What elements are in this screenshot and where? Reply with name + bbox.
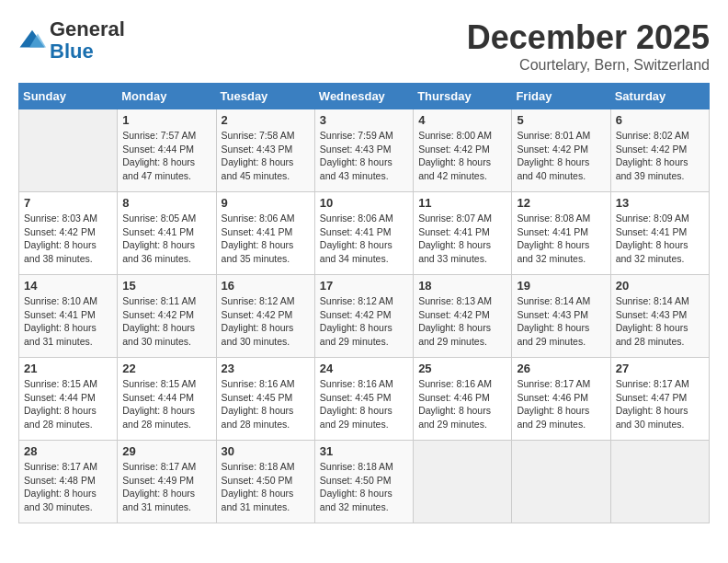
calendar-cell: 6Sunrise: 8:02 AMSunset: 4:42 PMDaylight… [610,109,709,192]
calendar-cell: 3Sunrise: 7:59 AMSunset: 4:43 PMDaylight… [314,109,413,192]
day-info: Sunrise: 8:09 AMSunset: 4:41 PMDaylight:… [616,212,704,266]
calendar-cell: 20Sunrise: 8:14 AMSunset: 4:43 PMDayligh… [610,275,709,358]
calendar-cell: 30Sunrise: 8:18 AMSunset: 4:50 PMDayligh… [216,441,314,523]
location-subtitle: Courtelary, Bern, Switzerland [467,57,710,74]
calendar-cell: 11Sunrise: 8:07 AMSunset: 4:41 PMDayligh… [414,192,512,275]
day-number: 3 [320,113,408,127]
day-info: Sunrise: 8:07 AMSunset: 4:41 PMDaylight:… [418,212,506,266]
logo-general-text: General [50,17,125,40]
day-info: Sunrise: 8:15 AMSunset: 4:44 PMDaylight:… [24,377,112,431]
day-number: 5 [517,113,605,127]
day-info: Sunrise: 8:14 AMSunset: 4:43 PMDaylight:… [616,294,704,349]
day-info: Sunrise: 7:58 AMSunset: 4:43 PMDaylight:… [222,129,310,183]
day-number: 13 [616,196,704,210]
day-number: 18 [418,279,506,293]
day-info: Sunrise: 8:03 AMSunset: 4:42 PMDaylight:… [24,212,112,266]
day-number: 19 [517,279,605,293]
day-info: Sunrise: 8:01 AMSunset: 4:42 PMDaylight:… [517,129,605,183]
day-number: 1 [122,113,210,127]
calendar-cell: 14Sunrise: 8:10 AMSunset: 4:41 PMDayligh… [19,275,118,358]
calendar-cell: 16Sunrise: 8:12 AMSunset: 4:42 PMDayligh… [216,275,314,358]
day-number: 2 [222,113,310,127]
calendar-week-row: 7Sunrise: 8:03 AMSunset: 4:42 PMDaylight… [19,192,710,275]
day-info: Sunrise: 8:18 AMSunset: 4:50 PMDaylight:… [222,460,310,514]
calendar-cell: 9Sunrise: 8:06 AMSunset: 4:41 PMDaylight… [216,192,314,275]
day-info: Sunrise: 8:05 AMSunset: 4:41 PMDaylight:… [122,212,210,266]
weekday-header-sunday: Sunday [19,84,118,109]
day-info: Sunrise: 8:16 AMSunset: 4:45 PMDaylight:… [320,377,408,431]
calendar-cell [414,441,512,523]
calendar-cell: 27Sunrise: 8:17 AMSunset: 4:47 PMDayligh… [610,358,709,441]
calendar-cell: 17Sunrise: 8:12 AMSunset: 4:42 PMDayligh… [314,275,413,358]
calendar-cell: 12Sunrise: 8:08 AMSunset: 4:41 PMDayligh… [512,192,610,275]
day-info: Sunrise: 8:06 AMSunset: 4:41 PMDaylight:… [320,212,408,266]
day-number: 28 [24,444,112,458]
day-number: 20 [616,279,704,293]
day-info: Sunrise: 8:13 AMSunset: 4:42 PMDaylight:… [418,294,506,349]
day-info: Sunrise: 8:18 AMSunset: 4:50 PMDaylight:… [320,460,408,514]
title-area: December 2025 Courtelary, Bern, Switzerl… [467,18,710,74]
day-info: Sunrise: 8:11 AMSunset: 4:42 PMDaylight:… [122,294,210,349]
day-info: Sunrise: 8:06 AMSunset: 4:41 PMDaylight:… [222,212,310,266]
month-title: December 2025 [467,18,710,57]
page-header: General Blue December 2025 Courtelary, B… [18,18,710,74]
calendar-cell: 13Sunrise: 8:09 AMSunset: 4:41 PMDayligh… [610,192,709,275]
calendar-cell: 1Sunrise: 7:57 AMSunset: 4:44 PMDaylight… [118,109,216,192]
day-info: Sunrise: 7:57 AMSunset: 4:44 PMDaylight:… [122,129,210,183]
weekday-header-friday: Friday [512,84,610,109]
day-number: 14 [24,279,112,293]
day-number: 7 [24,196,112,210]
day-info: Sunrise: 8:16 AMSunset: 4:45 PMDaylight:… [222,377,310,431]
calendar-cell: 2Sunrise: 7:58 AMSunset: 4:43 PMDaylight… [216,109,314,192]
weekday-header-monday: Monday [118,84,216,109]
calendar-cell: 19Sunrise: 8:14 AMSunset: 4:43 PMDayligh… [512,275,610,358]
calendar-cell: 10Sunrise: 8:06 AMSunset: 4:41 PMDayligh… [314,192,413,275]
logo-blue-text: Blue [50,40,94,63]
day-number: 23 [222,362,310,375]
day-number: 30 [222,444,310,458]
day-number: 25 [418,362,506,375]
calendar-cell: 28Sunrise: 8:17 AMSunset: 4:48 PMDayligh… [19,441,118,523]
calendar-cell: 21Sunrise: 8:15 AMSunset: 4:44 PMDayligh… [19,358,118,441]
day-info: Sunrise: 8:17 AMSunset: 4:46 PMDaylight:… [517,377,605,431]
day-number: 24 [320,362,408,375]
day-number: 31 [320,444,408,458]
day-number: 29 [122,444,210,458]
logo: General Blue [18,18,125,63]
calendar-cell: 4Sunrise: 8:00 AMSunset: 4:42 PMDaylight… [414,109,512,192]
calendar-cell [19,109,118,192]
weekday-header-saturday: Saturday [610,84,709,109]
calendar-cell [610,441,709,523]
calendar-week-row: 1Sunrise: 7:57 AMSunset: 4:44 PMDaylight… [19,109,710,192]
day-number: 22 [122,362,210,375]
day-number: 10 [320,196,408,210]
weekday-header-row: SundayMondayTuesdayWednesdayThursdayFrid… [19,84,710,109]
day-number: 9 [222,196,310,210]
calendar-cell: 29Sunrise: 8:17 AMSunset: 4:49 PMDayligh… [118,441,216,523]
day-info: Sunrise: 8:16 AMSunset: 4:46 PMDaylight:… [418,377,506,431]
calendar-table: SundayMondayTuesdayWednesdayThursdayFrid… [18,83,710,523]
day-number: 21 [24,362,112,375]
day-info: Sunrise: 8:17 AMSunset: 4:49 PMDaylight:… [122,460,210,514]
calendar-cell: 15Sunrise: 8:11 AMSunset: 4:42 PMDayligh… [118,275,216,358]
day-info: Sunrise: 8:17 AMSunset: 4:48 PMDaylight:… [24,460,112,514]
weekday-header-thursday: Thursday [414,84,512,109]
day-number: 12 [517,196,605,210]
calendar-cell: 18Sunrise: 8:13 AMSunset: 4:42 PMDayligh… [414,275,512,358]
day-info: Sunrise: 8:12 AMSunset: 4:42 PMDaylight:… [222,294,310,349]
day-number: 26 [517,362,605,375]
day-number: 8 [122,196,210,210]
calendar-cell: 31Sunrise: 8:18 AMSunset: 4:50 PMDayligh… [314,441,413,523]
calendar-cell: 7Sunrise: 8:03 AMSunset: 4:42 PMDaylight… [19,192,118,275]
day-info: Sunrise: 8:08 AMSunset: 4:41 PMDaylight:… [517,212,605,266]
day-number: 17 [320,279,408,293]
calendar-cell: 8Sunrise: 8:05 AMSunset: 4:41 PMDaylight… [118,192,216,275]
calendar-week-row: 28Sunrise: 8:17 AMSunset: 4:48 PMDayligh… [19,441,710,523]
calendar-cell [512,441,610,523]
day-info: Sunrise: 8:17 AMSunset: 4:47 PMDaylight:… [616,377,704,431]
day-info: Sunrise: 7:59 AMSunset: 4:43 PMDaylight:… [320,129,408,183]
day-info: Sunrise: 8:12 AMSunset: 4:42 PMDaylight:… [320,294,408,349]
calendar-cell: 5Sunrise: 8:01 AMSunset: 4:42 PMDaylight… [512,109,610,192]
calendar-week-row: 21Sunrise: 8:15 AMSunset: 4:44 PMDayligh… [19,358,710,441]
day-info: Sunrise: 8:00 AMSunset: 4:42 PMDaylight:… [418,129,506,183]
